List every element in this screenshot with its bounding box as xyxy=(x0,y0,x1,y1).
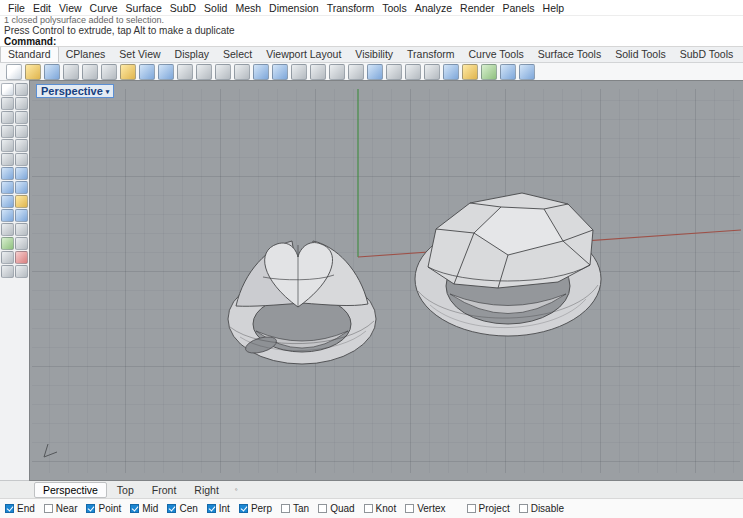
helix-icon[interactable] xyxy=(15,153,28,166)
osnap-int-checkbox[interactable] xyxy=(207,504,216,513)
save-icon[interactable] xyxy=(44,64,60,80)
osnap-project[interactable]: Project xyxy=(467,503,510,514)
line-icon[interactable] xyxy=(15,97,28,110)
osnap-tan[interactable]: Tan xyxy=(281,503,309,514)
open-file-icon[interactable] xyxy=(25,64,41,80)
new-file-icon[interactable] xyxy=(6,64,22,80)
lasso-select-icon[interactable] xyxy=(15,83,28,96)
mirror-icon[interactable] xyxy=(367,64,383,80)
surface-3pt-icon[interactable] xyxy=(1,167,14,180)
split-object-icon[interactable] xyxy=(15,251,28,264)
chevron-down-icon[interactable]: ▾ xyxy=(106,88,110,95)
osnap-point-label[interactable]: Point xyxy=(98,503,121,514)
zoom-extents-icon[interactable] xyxy=(234,64,250,80)
fillet-icon[interactable] xyxy=(1,237,14,250)
osnap-vertex[interactable]: Vertex xyxy=(405,503,445,514)
viewport-tab-right[interactable]: Right xyxy=(186,483,227,497)
object-properties-icon[interactable] xyxy=(443,64,459,80)
osnap-mid-label[interactable]: Mid xyxy=(142,503,158,514)
menu-analyze[interactable]: Analyze xyxy=(411,2,456,14)
menu-transform[interactable]: Transform xyxy=(323,2,378,14)
osnap-perp[interactable]: Perp xyxy=(239,503,272,514)
menu-render[interactable]: Render xyxy=(456,2,498,14)
sphere-icon[interactable] xyxy=(1,209,14,222)
osnap-knot-label[interactable]: Knot xyxy=(376,503,397,514)
join-icon[interactable] xyxy=(386,64,402,80)
tab-set-view[interactable]: Set View xyxy=(112,47,167,62)
loft-icon[interactable] xyxy=(15,167,28,180)
ellipse-icon[interactable] xyxy=(1,139,14,152)
boolean-union-icon[interactable] xyxy=(1,223,14,236)
osnap-perp-checkbox[interactable] xyxy=(239,504,248,513)
osnap-cen-checkbox[interactable] xyxy=(167,504,176,513)
osnap-end[interactable]: End xyxy=(5,503,35,514)
command-prompt[interactable]: Command: xyxy=(0,36,743,47)
menu-panels[interactable]: Panels xyxy=(499,2,539,14)
perspective-viewport[interactable]: Perspective ▾ xyxy=(30,81,743,480)
box-icon[interactable] xyxy=(15,195,28,208)
osnap-quad-label[interactable]: Quad xyxy=(330,503,354,514)
rectangle-icon[interactable] xyxy=(15,139,28,152)
sweep-icon[interactable] xyxy=(1,195,14,208)
four-viewports-icon[interactable] xyxy=(253,64,269,80)
curve-icon[interactable] xyxy=(15,111,28,124)
osnap-int[interactable]: Int xyxy=(207,503,230,514)
viewport-canvas[interactable] xyxy=(30,81,743,480)
menu-dimension[interactable]: Dimension xyxy=(265,2,323,14)
tab-transform[interactable]: Transform xyxy=(400,47,461,62)
osnap-project-label[interactable]: Project xyxy=(479,503,510,514)
undo-view-icon[interactable] xyxy=(272,64,288,80)
scale-icon[interactable] xyxy=(348,64,364,80)
osnap-point[interactable]: Point xyxy=(86,503,121,514)
join-surfaces-icon[interactable] xyxy=(15,237,28,250)
tab-cplanes[interactable]: CPlanes xyxy=(59,47,113,62)
redo-icon[interactable] xyxy=(158,64,174,80)
osnap-knot-checkbox[interactable] xyxy=(364,504,373,513)
menu-view[interactable]: View xyxy=(55,2,86,14)
osnap-end-checkbox[interactable] xyxy=(5,504,14,513)
menu-solid[interactable]: Solid xyxy=(200,2,231,14)
osnap-cen[interactable]: Cen xyxy=(167,503,197,514)
rotate-icon[interactable] xyxy=(329,64,345,80)
viewport-tab-front[interactable]: Front xyxy=(144,483,185,497)
undo-icon[interactable] xyxy=(139,64,155,80)
trim-icon[interactable] xyxy=(405,64,421,80)
viewport-tab-perspective[interactable]: Perspective xyxy=(34,482,107,498)
tab-visibility[interactable]: Visibility xyxy=(348,47,400,62)
osnap-cen-label[interactable]: Cen xyxy=(179,503,197,514)
osnap-end-label[interactable]: End xyxy=(17,503,35,514)
tab-surface-tools[interactable]: Surface Tools xyxy=(531,47,608,62)
menu-help[interactable]: Help xyxy=(539,2,569,14)
rotate-object-icon[interactable] xyxy=(15,265,28,278)
viewport-tabs-more-icon[interactable]: ◦ xyxy=(229,485,238,494)
osnap-perp-label[interactable]: Perp xyxy=(251,503,272,514)
cylinder-icon[interactable] xyxy=(15,209,28,222)
copy-object-icon[interactable] xyxy=(310,64,326,80)
osnap-int-label[interactable]: Int xyxy=(219,503,230,514)
osnap-point-checkbox[interactable] xyxy=(86,504,95,513)
osnap-mid[interactable]: Mid xyxy=(130,503,158,514)
viewport-label[interactable]: Perspective ▾ xyxy=(36,84,114,98)
copy-icon[interactable] xyxy=(101,64,117,80)
osnap-near-checkbox[interactable] xyxy=(44,504,53,513)
trim-object-icon[interactable] xyxy=(1,251,14,264)
menu-curve[interactable]: Curve xyxy=(86,2,122,14)
help-icon[interactable] xyxy=(519,64,535,80)
osnap-disable[interactable]: Disable xyxy=(519,503,564,514)
pan-view-icon[interactable] xyxy=(177,64,193,80)
osnap-tan-label[interactable]: Tan xyxy=(293,503,309,514)
osnap-near-label[interactable]: Near xyxy=(56,503,78,514)
menu-subd[interactable]: SubD xyxy=(166,2,200,14)
polygon-icon[interactable] xyxy=(1,153,14,166)
move-icon[interactable] xyxy=(291,64,307,80)
boolean-difference-icon[interactable] xyxy=(15,223,28,236)
menu-file[interactable]: File xyxy=(4,2,29,14)
osnap-project-checkbox[interactable] xyxy=(467,504,476,513)
osnap-knot[interactable]: Knot xyxy=(364,503,397,514)
osnap-near[interactable]: Near xyxy=(44,503,78,514)
tab-select[interactable]: Select xyxy=(216,47,259,62)
split-icon[interactable] xyxy=(424,64,440,80)
shaded-viewport-icon[interactable] xyxy=(500,64,516,80)
zoom-window-icon[interactable] xyxy=(215,64,231,80)
extrude-icon[interactable] xyxy=(15,181,28,194)
